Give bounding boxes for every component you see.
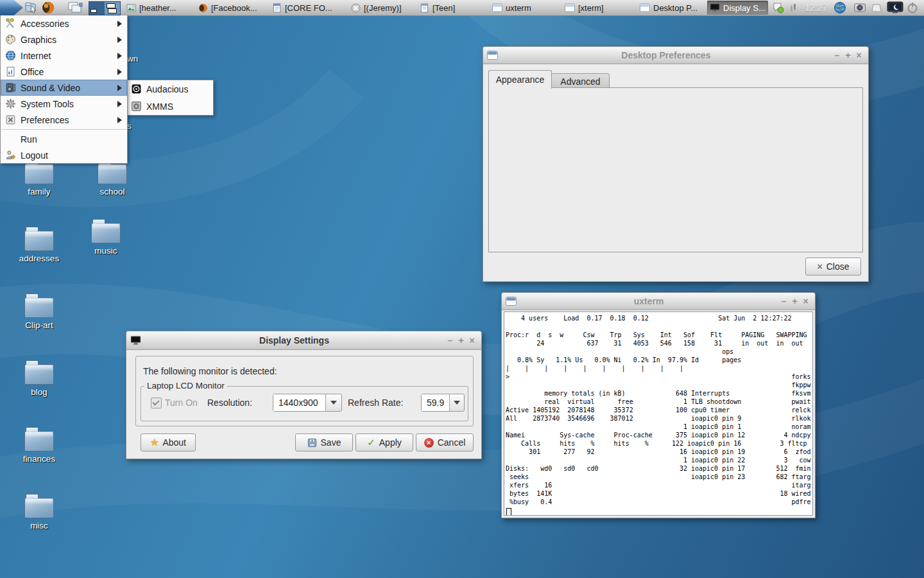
- turn-on-label: Turn On: [165, 395, 198, 410]
- folder-tray-icon[interactable]: [870, 1, 883, 14]
- menu-item-label: Accessories: [21, 19, 69, 29]
- taskbar-item-label: [heather...: [139, 3, 176, 13]
- power-icon[interactable]: [906, 1, 919, 14]
- taskbar-item-label: uxterm: [506, 3, 531, 13]
- folder-icon: [98, 164, 127, 184]
- minimize-button[interactable]: –: [832, 50, 843, 60]
- network-traffic-icon[interactable]: [787, 1, 800, 14]
- save-button[interactable]: Save: [295, 434, 353, 451]
- pager-desktop-2-active[interactable]: [105, 2, 120, 15]
- taskbar-item-display-settings-active[interactable]: Display S...: [707, 1, 768, 15]
- taskbar-item-core[interactable]: [CORE FO...: [270, 0, 335, 15]
- apply-button-label: Apply: [379, 437, 402, 448]
- close-button[interactable]: ×: [800, 296, 811, 306]
- terminal-window-icon: [492, 3, 502, 12]
- desktop-icon-clip-art[interactable]: Clip-art: [10, 293, 69, 330]
- desktop-icon-finances[interactable]: finances: [10, 426, 69, 464]
- terminal-line: Active 1405192 2078148 35372 100 cpu0 ti…: [506, 406, 812, 414]
- taskbar-item-uxterm[interactable]: uxterm: [490, 0, 534, 15]
- folder-icon: [24, 431, 54, 451]
- taskbar-item-heather[interactable]: [heather...: [124, 0, 179, 15]
- taskbar-item-xterm[interactable]: [xterm]: [562, 0, 606, 15]
- chevron-down-icon: [454, 401, 460, 405]
- dropdown-arrow: [325, 394, 341, 411]
- messenger-status-icon[interactable]: [772, 1, 785, 14]
- taskbar-item-desktop-preferences[interactable]: Desktop P...: [637, 0, 700, 15]
- menu-item-label: Office: [21, 67, 44, 77]
- menu-item-system-tools[interactable]: System Tools: [1, 96, 127, 112]
- menu-item-label: Internet: [21, 51, 51, 61]
- submenu-item-xmms[interactable]: XMMS: [126, 98, 213, 115]
- terminal-screen[interactable]: 4 users Load 0.17 0.18 0.12 Sat Jun 2 12…: [504, 311, 813, 516]
- offline-contact-icon: [351, 3, 361, 13]
- globe-tray-icon[interactable]: [834, 1, 846, 14]
- taskbar-item-jeremy[interactable]: [(Jeremy)]: [348, 0, 404, 15]
- resolution-dropdown[interactable]: 924x578: [273, 394, 342, 412]
- desktop-icon-addresses[interactable]: addresses: [10, 226, 69, 263]
- clock[interactable]: 12:27: [801, 0, 832, 15]
- refresh-rate-dropdown[interactable]: 59.9: [421, 394, 465, 412]
- desktop-icon-music[interactable]: music: [76, 218, 135, 256]
- minimize-button[interactable]: –: [445, 335, 456, 346]
- desktop-icon-label: blog: [10, 387, 69, 397]
- maximize-button[interactable]: +: [843, 50, 853, 60]
- start-menu-button[interactable]: [0, 0, 23, 15]
- submenu-item-audacious[interactable]: Audacious: [126, 80, 213, 98]
- menu-item-label: Graphics: [21, 35, 56, 45]
- occluded-icon-label-fragment: s: [127, 121, 132, 131]
- monitor-icon: [710, 3, 720, 12]
- menu-item-logout[interactable]: Logout: [1, 147, 127, 163]
- desktop-icon-school[interactable]: school: [83, 159, 142, 197]
- taskbar: [heather... [Facebook... [CORE FO... [(J…: [0, 0, 924, 16]
- desktop-icon-blog[interactable]: blog: [10, 360, 69, 397]
- apply-button[interactable]: ✓ Apply: [355, 434, 413, 451]
- desktop-preferences-titlebar[interactable]: Desktop Preferences – + ×: [483, 47, 868, 64]
- sound-video-submenu: Audacious XMMS: [126, 80, 214, 116]
- close-button[interactable]: ×: [853, 50, 864, 60]
- desktop-icon-family[interactable]: family: [10, 159, 69, 197]
- turn-on-checkbox[interactable]: [151, 398, 162, 408]
- menu-item-accessories[interactable]: Accessories: [1, 15, 127, 31]
- desktop-pager[interactable]: [89, 1, 121, 15]
- menu-item-preferences[interactable]: Preferences: [1, 112, 127, 128]
- monitor-group-legend: Laptop LCD Monitor: [144, 381, 227, 390]
- menu-item-internet[interactable]: Internet: [1, 48, 127, 64]
- desktop-icon-label: family: [10, 187, 69, 197]
- minimize-button[interactable]: –: [778, 296, 789, 306]
- desktop-icon-misc[interactable]: misc: [10, 493, 69, 530]
- maximize-button[interactable]: +: [789, 296, 800, 306]
- camera-tray-icon[interactable]: [853, 1, 866, 14]
- desktop-preferences-window: Desktop Preferences – + × Appearance Adv…: [483, 46, 869, 282]
- file-manager-launcher-icon[interactable]: [24, 1, 38, 14]
- uxterm-titlebar[interactable]: uxterm – + ×: [502, 293, 815, 310]
- close-dialog-button[interactable]: × Close: [805, 258, 861, 276]
- window-title: Desktop Preferences: [501, 50, 832, 60]
- cancel-button-label: Cancel: [438, 437, 466, 448]
- screensaver-monitor-icon[interactable]: [887, 1, 903, 14]
- refresh-rate-value: 59.9: [422, 394, 449, 411]
- terminal-line: 4 users Load 0.17 0.18 0.12 Sat Jun 2 12…: [506, 314, 812, 322]
- taskbar-item-facebook[interactable]: [Facebook...: [196, 0, 260, 15]
- terminal-line: %busy 0.4 pdfre: [506, 498, 812, 506]
- menu-item-graphics[interactable]: Graphics: [1, 31, 127, 48]
- globe-icon: [5, 50, 16, 61]
- tab-appearance[interactable]: Appearance: [488, 70, 552, 89]
- close-button[interactable]: ×: [466, 335, 477, 346]
- pager-desktop-1[interactable]: [89, 2, 105, 15]
- cancel-button[interactable]: × Cancel: [416, 434, 474, 451]
- folder-icon: [24, 498, 54, 518]
- about-button[interactable]: ★ About: [141, 434, 196, 451]
- terminal-line: Disks: wd0 sd0 cd0 32 ioapic0 pin 17 512…: [506, 464, 812, 473]
- menu-item-sound-video[interactable]: Sound & Video: [1, 80, 127, 96]
- about-button-label: About: [162, 437, 186, 448]
- maximize-button[interactable]: +: [456, 335, 466, 346]
- close-x-icon: ×: [817, 261, 823, 272]
- display-settings-titlebar[interactable]: Display Settings – + ×: [126, 331, 481, 350]
- windows-launcher-icon[interactable]: [67, 1, 83, 14]
- terminal-line: fkppw: [506, 381, 812, 389]
- menu-item-office[interactable]: Office: [1, 64, 127, 80]
- taskbar-item-label: [CORE FO...: [285, 3, 332, 13]
- menu-item-run[interactable]: Run: [1, 131, 127, 147]
- taskbar-item-teen[interactable]: [Teen]: [417, 0, 458, 15]
- browser-launcher-icon[interactable]: [41, 1, 55, 14]
